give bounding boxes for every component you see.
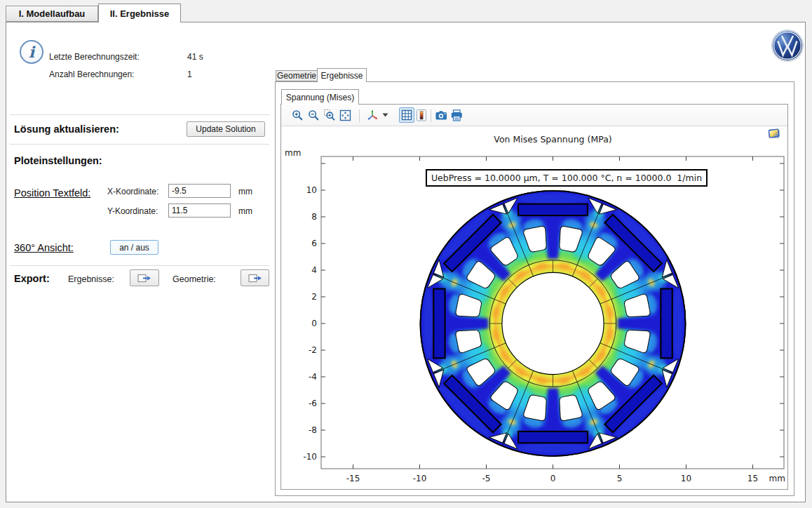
export-heading: Export: [14,273,50,284]
x-tick-label: -5 [482,474,491,483]
last-calc-label: Letzte Berechnungszeit: [49,52,140,62]
axis-unit-top: mm [285,148,301,158]
export-geometry-label: Geometrie: [172,274,216,284]
color-legend-icon [416,109,428,121]
zoom-in-button[interactable] [290,107,305,123]
divider [10,265,269,266]
y-tick-label: -10 [303,452,317,462]
y-tick-label: -2 [309,345,317,355]
viewer-tab-ergebnisse[interactable]: Ergebnisse [317,68,367,82]
calc-count-value: 1 [187,69,192,79]
motor-cross-section [420,191,685,456]
divider [10,144,269,145]
grid-icon [400,109,413,121]
plot-canvas: Von Mises Spannung (MPa) mm mm -15 -10 -… [281,127,787,489]
graphics-toolbar [281,105,787,126]
info-icon: i [20,40,43,64]
position-textfeld-heading: Position Textfeld: [14,187,90,199]
plot-title: Von Mises Spannung (MPa) [494,134,611,145]
snapshot-button[interactable] [433,107,449,123]
plot-image-icon[interactable] [769,129,779,138]
y-tick-label: 10 [306,185,317,195]
plot-tab-spannung[interactable]: Spannung (Mises) [281,89,359,105]
export-results-label: Ergebnisse: [68,274,114,284]
export-icon [248,273,262,283]
solution-heading: Lösung aktualisieren: [14,123,119,135]
axis-unit-bottom: mm [769,474,785,483]
annotation-box[interactable]: UebPress = 10.0000 µm, T = 100.000 °C, n… [426,170,707,186]
y-coordinate-label: Y-Koordinate: [107,206,158,216]
grid-button[interactable] [399,107,414,123]
printer-icon [451,109,463,121]
zoom-selection-button[interactable] [322,107,337,123]
y-tick-label: -6 [309,399,317,408]
viewer-tab-geometrie[interactable]: Geometrie [276,70,318,81]
toolbar-separator [431,109,431,122]
x-tick-label: 10 [681,474,691,483]
zoom-in-icon [292,109,304,121]
y-unit-label: mm [238,206,252,216]
view360-toggle-button[interactable]: an / aus [110,240,158,255]
x-tick-label: 15 [747,474,758,483]
view-orientation-icon [367,109,379,121]
y-tick-label: 4 [311,265,317,275]
x-unit-label: mm [238,187,252,196]
y-tick-label: -4 [309,372,317,382]
x-coordinate-input[interactable] [168,184,231,198]
x-tick-label: 5 [617,474,623,483]
zoom-selection-icon [324,109,336,121]
y-tick-label: 6 [311,239,317,248]
x-tick-label: -10 [413,474,427,483]
x-tick-label: -15 [346,474,360,483]
print-button[interactable] [449,107,464,123]
x-coordinate-label: X-Koordinate: [107,187,158,196]
export-results-button[interactable] [130,269,159,286]
x-tick-label: 0 [550,474,556,483]
calc-count-label: Anzahl Berechnungen: [49,69,134,79]
view-orientation-dropdown[interactable] [381,107,389,123]
zoom-out-button[interactable] [306,107,321,123]
tab-ergebnisse[interactable]: II. Ergebnisse [98,4,181,22]
color-legend-button[interactable] [414,107,429,123]
export-icon [137,273,151,283]
svg-text:UebPress = 10.0000 µm, T = 100: UebPress = 10.0000 µm, T = 100.000 °C, n… [431,173,702,183]
view-orientation-button[interactable] [365,107,381,123]
camera-icon [435,109,447,121]
y-tick-label: -8 [309,425,317,435]
divider [10,114,269,115]
y-coordinate-input[interactable] [168,203,231,218]
y-tick-label: 8 [311,212,317,222]
export-geometry-button[interactable] [241,269,269,286]
update-solution-button[interactable]: Update Solution [187,121,265,137]
chevron-down-icon [382,113,388,117]
y-tick-label: 2 [311,292,317,302]
zoom-extents-icon [339,109,351,121]
y-tick-label: 0 [311,319,317,328]
toolbar-separator [359,109,360,122]
plot-settings-heading: Ploteinstellungen: [14,155,102,166]
vw-logo [771,29,804,62]
zoom-extents-button[interactable] [337,107,353,123]
view360-heading: 360° Ansicht: [14,242,74,253]
last-calc-value: 41 s [187,52,203,62]
zoom-out-icon [308,109,320,121]
tab-modellaufbau[interactable]: I. Modellaufbau [6,6,98,22]
